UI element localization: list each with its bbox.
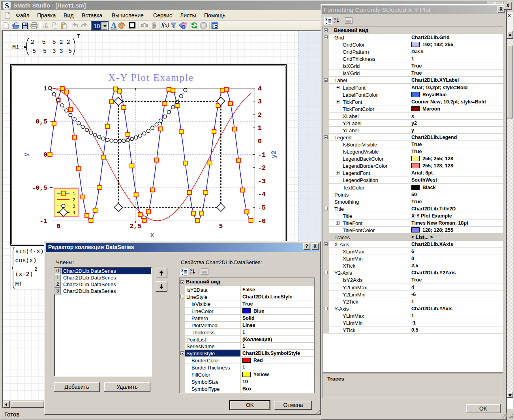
svg-text:0: 0 xyxy=(56,223,60,230)
svg-text:0: 0 xyxy=(43,151,47,159)
svg-text:0: 0 xyxy=(258,138,262,145)
svg-text:?: ? xyxy=(183,25,184,29)
svg-text:3: 3 xyxy=(73,204,75,208)
svg-text:X-Y Plot Example: X-Y Plot Example xyxy=(108,72,194,83)
svg-text:-3: -3 xyxy=(258,178,266,185)
svg-text:5: 5 xyxy=(219,223,223,230)
svg-text:4: 4 xyxy=(258,85,262,92)
svg-text:2: 2 xyxy=(73,197,75,202)
svg-text:-1: -1 xyxy=(39,218,47,225)
svg-text:-6: -6 xyxy=(258,218,266,225)
svg-text:y: y xyxy=(22,152,30,156)
svg-text:0,5: 0,5 xyxy=(36,118,47,126)
svg-text:-5: -5 xyxy=(258,204,266,212)
svg-text:-2: -2 xyxy=(258,164,266,172)
svg-text:1: 1 xyxy=(43,85,47,92)
svg-text:2: 2 xyxy=(258,111,262,119)
svg-text:-1: -1 xyxy=(258,151,266,159)
svg-text:1: 1 xyxy=(73,191,75,196)
svg-text:3: 3 xyxy=(258,98,262,105)
svg-text:1: 1 xyxy=(258,124,262,132)
svg-text:y2: y2 xyxy=(270,151,278,158)
svg-text:-4: -4 xyxy=(258,191,266,198)
svg-text:2,5: 2,5 xyxy=(129,223,141,230)
svg-text:x: x xyxy=(150,231,154,238)
svg-text:4: 4 xyxy=(73,210,75,215)
svg-text:-0,5: -0,5 xyxy=(32,184,47,192)
